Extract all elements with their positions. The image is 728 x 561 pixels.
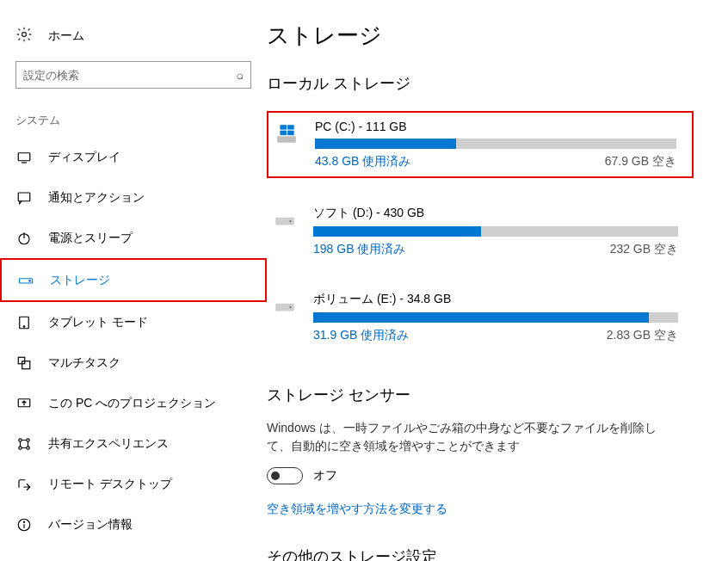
nav-item-projection[interactable]: この PC へのプロジェクション [0,383,267,423]
nav-item-shared[interactable]: 共有エクスペリエンス [0,423,267,464]
svg-rect-24 [287,131,294,135]
nav-label: タブレット モード [48,315,148,330]
storage-sense-desc: Windows は、一時ファイルやごみ箱の中身など不要なファイルを削除して、自動… [267,419,663,455]
share-icon [15,435,33,453]
nav-label: 電源とスリープ [48,231,133,246]
nav-label: マルチタスク [48,355,120,371]
main-content: ストレージ ローカル ストレージ PC (C:) - 111 GB 43.8 G… [267,0,728,561]
search-box[interactable]: ⌕ [15,61,251,89]
storage-sense-section: ストレージ センサー Windows は、一時ファイルやごみ箱の中身など不要なフ… [267,385,663,517]
search-icon: ⌕ [237,68,244,82]
power-icon [15,230,33,247]
nav-item-storage[interactable]: ストレージ [2,260,265,300]
drive-body: ボリューム (E:) - 34.8 GB 31.9 GB 使用済み 2.83 G… [313,292,678,343]
svg-rect-1 [18,152,30,160]
windows-drive-icon [274,121,299,147]
local-storage-heading: ローカル ストレージ [267,73,728,94]
remote-icon [15,476,33,493]
search-input[interactable] [23,69,237,82]
storage-sense-toggle-label: オフ [313,468,337,484]
svg-point-19 [23,521,24,522]
nav-list: ディスプレイ 通知とアクション 電源とスリープ ストレージ [0,137,267,545]
nav-item-notifications[interactable]: 通知とアクション [0,177,267,218]
hdd-icon [272,207,298,233]
nav-label: バージョン情報 [48,517,133,533]
svg-point-9 [23,325,25,327]
drive-body: PC (C:) - 111 GB 43.8 GB 使用済み 67.9 GB 空き [315,120,676,170]
nav-label: ディスプレイ [48,150,120,165]
storage-sense-heading: ストレージ センサー [267,385,663,405]
drive-icon [17,272,34,289]
other-storage-heading: その他のストレージ設定 [267,546,663,561]
nav-item-display[interactable]: ディスプレイ [0,137,267,177]
project-icon [15,395,33,412]
drive-row-e[interactable]: ボリューム (E:) - 34.8 GB 31.9 GB 使用済み 2.83 G… [267,285,694,350]
nav-item-about[interactable]: バージョン情報 [0,504,267,545]
svg-point-14 [27,438,29,441]
svg-point-15 [19,446,22,448]
svg-rect-3 [18,193,30,201]
usage-bar-fill [313,312,649,323]
svg-rect-21 [280,125,287,129]
drive-used-label: 43.8 GB 使用済み [315,154,410,170]
drive-title: ボリューム (E:) - 34.8 GB [313,292,678,307]
usage-bar-fill [315,139,456,149]
home-button[interactable]: ホーム [0,26,267,61]
svg-point-0 [22,33,27,37]
sidebar: ホーム ⌕ document.querySelector('.search-ic… [0,0,267,561]
svg-point-7 [29,280,31,281]
chat-icon [15,189,33,207]
nav-label: この PC へのプロジェクション [48,396,216,411]
drive-body: ソフト (D:) - 430 GB 198 GB 使用済み 232 GB 空き [313,206,678,257]
drive-title: ソフト (D:) - 430 GB [313,206,678,221]
drive-title: PC (C:) - 111 GB [315,120,676,133]
svg-point-26 [289,220,291,222]
drive-free-label: 2.83 GB 空き [607,328,678,343]
nav-label: 共有エクスペリエンス [48,436,169,452]
drive-row-d[interactable]: ソフト (D:) - 430 GB 198 GB 使用済み 232 GB 空き [267,199,694,264]
usage-bar [313,226,678,237]
info-icon [15,516,33,533]
display-icon [15,149,33,166]
svg-rect-25 [275,218,294,225]
sidebar-section-label: システム [0,104,267,137]
drive-row-c[interactable]: PC (C:) - 111 GB 43.8 GB 使用済み 67.9 GB 空き [267,111,694,178]
nav-item-multitask[interactable]: マルチタスク [0,342,267,383]
usage-bar-fill [313,226,481,237]
svg-point-13 [19,438,22,441]
multitask-icon [15,354,33,372]
drive-list: PC (C:) - 111 GB 43.8 GB 使用済み 67.9 GB 空き… [267,111,728,350]
gear-icon [15,26,33,46]
nav-item-remote[interactable]: リモート デスクトップ [0,464,267,504]
storage-sense-toggle[interactable] [267,467,303,484]
tablet-icon [15,314,33,331]
drive-free-label: 67.9 GB 空き [605,154,676,170]
home-label: ホーム [48,28,84,44]
usage-bar [315,139,676,149]
other-storage-section: その他のストレージ設定 新しいコンテンツの保存先を変更する [267,546,663,561]
nav-label: 通知とアクション [48,190,145,206]
svg-rect-22 [287,125,294,129]
page-title: ストレージ [267,21,728,51]
nav-item-storage-highlight: ストレージ [0,258,267,302]
hdd-icon [272,293,298,319]
storage-sense-toggle-row: オフ [267,467,663,484]
svg-point-16 [27,446,29,448]
storage-sense-link[interactable]: 空き領域を増やす方法を変更する [267,502,663,517]
drive-free-label: 232 GB 空き [610,242,678,257]
nav-label: ストレージ [50,273,110,288]
usage-bar [313,312,678,323]
svg-point-28 [289,306,291,308]
nav-item-power[interactable]: 電源とスリープ [0,218,267,258]
svg-rect-11 [22,361,30,368]
nav-item-tablet[interactable]: タブレット モード [0,302,267,342]
svg-rect-27 [275,304,294,311]
svg-rect-20 [277,136,296,143]
drive-used-label: 31.9 GB 使用済み [313,328,409,343]
drive-used-label: 198 GB 使用済み [313,242,405,257]
nav-label: リモート デスクトップ [48,477,172,492]
svg-rect-23 [280,131,287,135]
svg-rect-10 [18,357,25,364]
